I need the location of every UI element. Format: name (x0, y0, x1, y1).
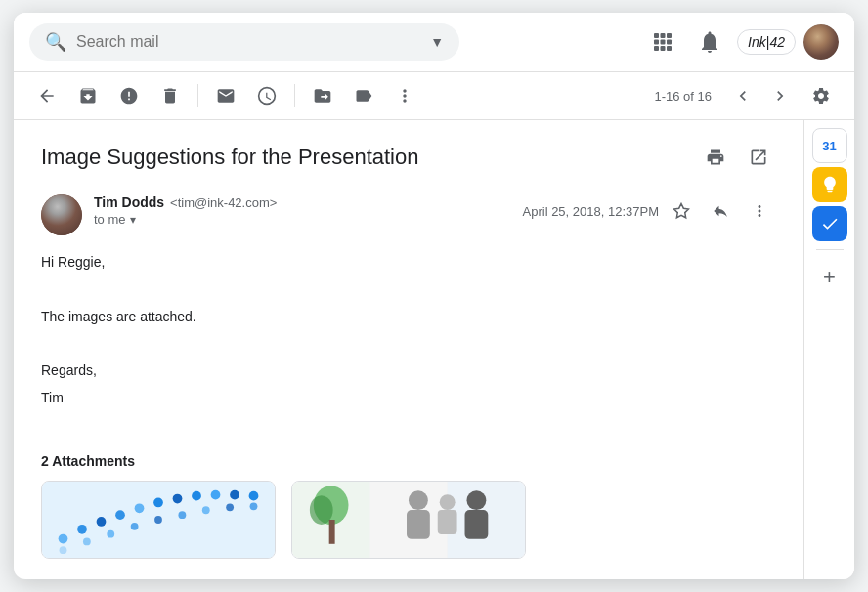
prev-email-button[interactable] (725, 78, 760, 113)
attachment-1[interactable] (41, 481, 276, 559)
svg-point-21 (249, 491, 259, 501)
print-button[interactable] (698, 140, 733, 175)
move-to-button[interactable] (305, 78, 340, 113)
right-panel-divider (816, 249, 844, 250)
svg-point-27 (178, 511, 186, 519)
svg-point-22 (60, 546, 67, 554)
attachment-2-image (292, 482, 525, 558)
brand-badge[interactable]: Ink|42 (737, 29, 796, 55)
svg-rect-8 (667, 46, 672, 51)
sender-row: Tim Dodds <tim@ink-42.com> to me ▾ April… (41, 194, 776, 235)
toolbar-settings-button[interactable] (803, 78, 839, 113)
svg-rect-42 (465, 510, 489, 539)
svg-point-18 (192, 491, 201, 501)
svg-rect-3 (654, 40, 659, 45)
back-button[interactable] (29, 78, 65, 113)
svg-rect-36 (329, 520, 335, 544)
calendar-label: 31 (822, 139, 836, 153)
add-icon: + (823, 265, 836, 290)
sender-name-row: Tim Dodds <tim@ink-42.com> (94, 194, 511, 210)
svg-rect-5 (667, 40, 672, 45)
star-button[interactable] (665, 194, 698, 228)
email-spacer-2 (41, 332, 776, 356)
svg-point-37 (409, 490, 428, 510)
svg-point-20 (230, 490, 239, 500)
apps-icon[interactable] (643, 22, 682, 62)
svg-point-39 (440, 494, 456, 510)
label-button[interactable] (346, 78, 381, 113)
svg-point-16 (153, 497, 163, 507)
email-date: April 25, 2018, 12:37PM (523, 204, 659, 219)
to-me-chevron-icon[interactable]: ▾ (130, 213, 136, 227)
search-dropdown-icon[interactable]: ▼ (430, 34, 444, 50)
email-signature: Tim (41, 387, 776, 410)
svg-rect-7 (661, 46, 666, 51)
svg-point-26 (154, 516, 162, 524)
attachment-2[interactable] (291, 481, 526, 559)
notifications-icon[interactable] (690, 22, 729, 62)
svg-point-17 (173, 493, 183, 503)
svg-rect-0 (654, 33, 659, 38)
email-body: Hi Reggie, The images are attached. Rega… (41, 247, 776, 418)
email-regards: Regards, (41, 359, 776, 383)
right-panel: 31 + (803, 120, 854, 579)
email-message: Tim Dodds <tim@ink-42.com> to me ▾ April… (14, 187, 803, 438)
more-options-button[interactable] (387, 78, 422, 113)
search-input[interactable] (76, 33, 420, 51)
attachment-1-image (42, 482, 275, 558)
email-subject: Image Suggestions for the Presentation (41, 145, 698, 170)
calendar-app-button[interactable]: 31 (812, 128, 847, 163)
toolbar-divider-1 (197, 84, 198, 107)
svg-rect-6 (654, 46, 659, 51)
svg-rect-1 (661, 33, 666, 38)
svg-point-41 (467, 490, 487, 510)
reply-button[interactable] (704, 194, 737, 228)
svg-point-14 (115, 510, 125, 520)
topbar-icons: Ink|42 (643, 22, 839, 62)
snooze-button[interactable] (249, 78, 284, 113)
svg-point-12 (77, 525, 87, 534)
svg-rect-38 (407, 510, 430, 539)
sender-info: Tim Dodds <tim@ink-42.com> to me ▾ (94, 194, 511, 227)
main-content: Image Suggestions for the Presentation (14, 120, 854, 579)
mark-unread-button[interactable] (208, 78, 243, 113)
search-box[interactable]: 🔍 ▼ (29, 23, 459, 61)
user-avatar[interactable] (803, 24, 839, 60)
svg-point-30 (250, 502, 258, 510)
svg-rect-40 (438, 510, 457, 534)
email-count: 1-16 of 16 (654, 89, 712, 104)
email-panel: Image Suggestions for the Presentation (14, 120, 803, 579)
toolbar-nav (725, 78, 798, 113)
subject-icons (698, 140, 776, 175)
email-spacer-1 (41, 278, 776, 302)
svg-point-25 (131, 523, 139, 530)
add-app-button[interactable]: + (810, 258, 849, 297)
user-avatar-image (803, 24, 839, 60)
tasks-app-button[interactable] (812, 206, 847, 241)
email-greeting: Hi Reggie, (41, 251, 776, 275)
spam-button[interactable] (111, 78, 147, 113)
svg-rect-2 (667, 33, 672, 38)
svg-point-28 (202, 506, 210, 514)
search-icon: 🔍 (45, 31, 66, 53)
sender-name: Tim Dodds (94, 194, 164, 210)
more-message-options-button[interactable] (743, 194, 776, 228)
topbar: 🔍 ▼ (14, 13, 854, 72)
main-window: 🔍 ▼ (14, 13, 854, 579)
next-email-button[interactable] (762, 78, 798, 113)
svg-point-29 (226, 503, 234, 511)
toolbar-divider-2 (294, 84, 295, 107)
toolbar: 1-16 of 16 (14, 72, 854, 120)
keep-app-button[interactable] (812, 167, 847, 202)
svg-point-23 (83, 537, 91, 545)
svg-rect-4 (661, 40, 666, 45)
svg-point-15 (135, 503, 145, 513)
svg-marker-9 (674, 204, 689, 218)
attachments-row (41, 481, 776, 559)
archive-button[interactable] (70, 78, 106, 113)
open-in-new-button[interactable] (741, 140, 776, 175)
delete-button[interactable] (152, 78, 188, 113)
email-line1: The images are attached. (41, 306, 776, 329)
brand-text: Ink|42 (748, 34, 785, 50)
sender-avatar (41, 194, 82, 235)
